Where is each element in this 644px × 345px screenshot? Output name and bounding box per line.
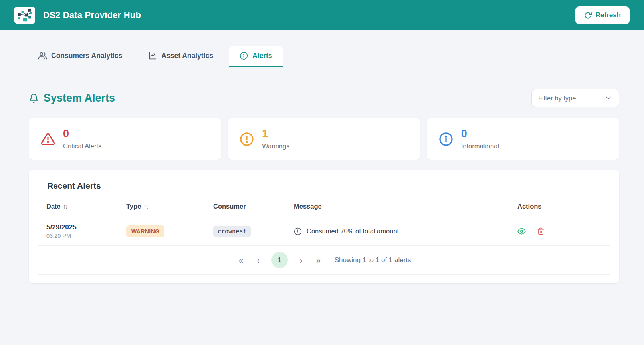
warnings-count: 1 <box>262 128 289 139</box>
tab-bar: Consumers Analytics Asset Analytics Aler… <box>20 46 624 67</box>
tab-label: Asset Analytics <box>161 52 213 60</box>
pagination-summary: Showing 1 to 1 of 1 alerts <box>335 256 411 264</box>
informational-count: 0 <box>461 128 499 139</box>
pagination-first-button[interactable]: « <box>237 255 245 265</box>
pagination-last-button[interactable]: » <box>315 255 323 265</box>
pagination-prev-button[interactable]: ‹ <box>255 255 261 265</box>
column-header-type[interactable]: Type↑↓ <box>118 196 205 217</box>
tab-label: Consumers Analytics <box>51 52 122 60</box>
line-chart-icon <box>149 52 157 60</box>
card-body: 0 Informational <box>461 128 499 150</box>
informational-card: 0 Informational <box>427 118 619 160</box>
alert-circle-icon <box>240 132 254 146</box>
card-body: 1 Warnings <box>262 128 289 150</box>
consumer-chip: crownest <box>213 226 251 237</box>
column-label: Consumer <box>213 203 246 210</box>
alert-time: 03:20 PM <box>46 233 110 239</box>
warning-triangle-icon <box>41 132 55 146</box>
type-cell: WARNING <box>118 217 205 246</box>
critical-count: 0 <box>63 128 101 139</box>
bell-icon <box>29 93 39 103</box>
sort-icon[interactable]: ↑↓ <box>63 203 67 210</box>
trash-icon <box>537 227 545 235</box>
sort-icon[interactable]: ↑↓ <box>143 203 148 210</box>
recent-alerts-panel: Recent Alerts Date↑↓ Type↑↓ Consumer Mes… <box>29 170 619 283</box>
informational-label: Informational <box>461 142 499 150</box>
column-label: Message <box>294 203 322 210</box>
column-label: Date <box>46 203 61 210</box>
app-title: DS2 Data Provider Hub <box>43 10 141 20</box>
app-logo <box>14 7 35 24</box>
tab-label: Alerts <box>252 52 272 60</box>
alert-date: 5/29/2025 <box>46 223 110 231</box>
section-title: System Alerts <box>29 92 115 104</box>
column-label: Type <box>126 203 141 210</box>
tab-alerts[interactable]: Alerts <box>229 46 283 67</box>
tab-consumers-analytics[interactable]: Consumers Analytics <box>28 46 133 67</box>
critical-alerts-card: 0 Critical Alerts <box>29 118 221 160</box>
alert-circle-icon <box>294 227 302 235</box>
warning-badge: WARNING <box>126 225 164 237</box>
alert-message: Consumed 70% of total amount <box>307 227 399 235</box>
card-body: 0 Critical Alerts <box>63 128 101 150</box>
summary-cards: 0 Critical Alerts 1 Warnings 0 Infor <box>29 118 619 160</box>
filter-by-type-select[interactable]: Filter by type <box>531 89 619 107</box>
alerts-section-head: System Alerts Filter by type <box>29 89 619 107</box>
view-alert-button[interactable] <box>517 227 526 235</box>
consumer-cell: crownest <box>205 217 286 246</box>
delete-alert-button[interactable] <box>537 227 545 235</box>
pagination-next-button[interactable]: › <box>298 255 304 265</box>
pagination: « ‹ 1 › » Showing 1 to 1 of 1 alerts <box>38 246 610 275</box>
tab-asset-analytics[interactable]: Asset Analytics <box>138 46 224 67</box>
table-row: 5/29/2025 03:20 PM WARNING crownest <box>38 217 610 246</box>
critical-label: Critical Alerts <box>63 142 101 150</box>
message-cell: Consumed 70% of total amount <box>286 217 509 246</box>
date-cell: 5/29/2025 03:20 PM <box>38 217 118 246</box>
panel-footer-space <box>38 275 610 283</box>
pagination-current-page[interactable]: 1 <box>271 252 288 268</box>
refresh-label: Refresh <box>596 11 621 19</box>
column-header-date[interactable]: Date↑↓ <box>38 196 118 217</box>
top-bar: DS2 Data Provider Hub Refresh <box>0 0 644 30</box>
panel-title: Recent Alerts <box>47 181 610 191</box>
network-logo-icon <box>16 8 34 22</box>
filter-placeholder: Filter by type <box>538 94 576 102</box>
table-header-row: Date↑↓ Type↑↓ Consumer Message Actions <box>38 196 610 217</box>
warnings-label: Warnings <box>262 142 289 150</box>
warnings-card: 1 Warnings <box>228 118 420 160</box>
refresh-icon <box>584 12 592 19</box>
actions-cell <box>509 217 610 246</box>
refresh-button[interactable]: Refresh <box>575 6 630 24</box>
info-circle-icon <box>439 132 453 146</box>
column-header-message: Message <box>286 196 509 217</box>
eye-icon <box>517 227 526 235</box>
column-header-consumer: Consumer <box>205 196 286 217</box>
info-circle-icon <box>240 52 248 60</box>
alerts-table: Date↑↓ Type↑↓ Consumer Message Actions <box>38 196 610 246</box>
column-label: Actions <box>517 203 542 210</box>
users-icon <box>38 52 47 60</box>
column-header-actions: Actions <box>509 196 610 217</box>
chevron-down-icon <box>604 94 612 102</box>
section-title-text: System Alerts <box>44 92 115 104</box>
